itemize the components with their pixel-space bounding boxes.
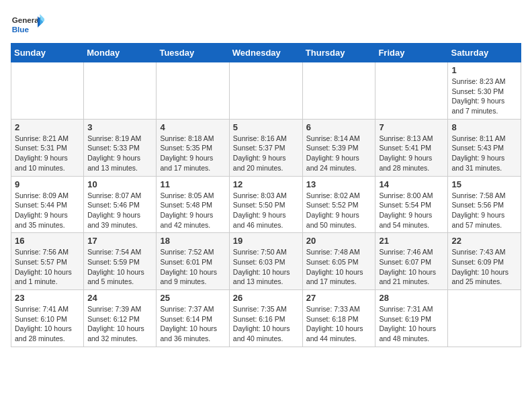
- day-number: 11: [160, 179, 225, 189]
- day-number: 10: [87, 179, 152, 189]
- day-number: 9: [15, 179, 80, 189]
- day-info: Sunrise: 8:21 AM Sunset: 5:31 PM Dayligh…: [15, 134, 80, 173]
- day-info: Sunrise: 8:02 AM Sunset: 5:52 PM Dayligh…: [306, 191, 372, 230]
- svg-text:General: General: [12, 15, 41, 24]
- calendar-cell: 4Sunrise: 8:18 AM Sunset: 5:35 PM Daylig…: [157, 119, 229, 176]
- day-info: Sunrise: 7:54 AM Sunset: 5:59 PM Dayligh…: [87, 247, 152, 287]
- day-number: 3: [87, 122, 152, 132]
- calendar-cell: [448, 290, 521, 347]
- calendar-cell: 23Sunrise: 7:41 AM Sunset: 6:10 PM Dayli…: [11, 290, 84, 347]
- day-info: Sunrise: 8:18 AM Sunset: 5:35 PM Dayligh…: [160, 134, 225, 173]
- day-info: Sunrise: 7:41 AM Sunset: 6:10 PM Dayligh…: [15, 304, 80, 344]
- day-info: Sunrise: 7:48 AM Sunset: 6:05 PM Dayligh…: [306, 247, 372, 287]
- calendar-cell: 18Sunrise: 7:52 AM Sunset: 6:01 PM Dayli…: [157, 233, 229, 290]
- calendar-cell: 22Sunrise: 7:43 AM Sunset: 6:09 PM Dayli…: [448, 233, 521, 290]
- calendar-cell: 25Sunrise: 7:37 AM Sunset: 6:14 PM Dayli…: [157, 290, 229, 347]
- day-info: Sunrise: 7:46 AM Sunset: 6:07 PM Dayligh…: [379, 247, 444, 287]
- calendar-cell: 19Sunrise: 7:50 AM Sunset: 6:03 PM Dayli…: [229, 233, 302, 290]
- calendar-cell: 3Sunrise: 8:19 AM Sunset: 5:33 PM Daylig…: [84, 119, 157, 176]
- day-number: 16: [15, 236, 80, 246]
- day-info: Sunrise: 7:52 AM Sunset: 6:01 PM Dayligh…: [160, 247, 225, 287]
- day-number: 22: [451, 236, 517, 246]
- day-number: 8: [451, 122, 517, 132]
- calendar-cell: 17Sunrise: 7:54 AM Sunset: 5:59 PM Dayli…: [84, 233, 157, 290]
- day-number: 5: [233, 122, 299, 132]
- day-info: Sunrise: 7:37 AM Sunset: 6:14 PM Dayligh…: [160, 304, 225, 344]
- weekday-header-sunday: Sunday: [11, 44, 84, 62]
- day-number: 23: [15, 293, 80, 303]
- calendar-cell: 27Sunrise: 7:33 AM Sunset: 6:18 PM Dayli…: [302, 290, 375, 347]
- calendar-cell: 13Sunrise: 8:02 AM Sunset: 5:52 PM Dayli…: [302, 176, 375, 233]
- week-row-4: 16Sunrise: 7:56 AM Sunset: 5:57 PM Dayli…: [11, 233, 521, 290]
- week-row-5: 23Sunrise: 7:41 AM Sunset: 6:10 PM Dayli…: [11, 290, 521, 347]
- calendar-cell: 2Sunrise: 8:21 AM Sunset: 5:31 PM Daylig…: [11, 119, 84, 176]
- calendar-cell: 6Sunrise: 8:14 AM Sunset: 5:39 PM Daylig…: [302, 119, 375, 176]
- day-info: Sunrise: 8:16 AM Sunset: 5:37 PM Dayligh…: [233, 134, 299, 173]
- day-info: Sunrise: 7:58 AM Sunset: 5:56 PM Dayligh…: [451, 191, 517, 230]
- day-number: 19: [233, 236, 299, 246]
- day-number: 21: [379, 236, 444, 246]
- day-info: Sunrise: 8:23 AM Sunset: 5:30 PM Dayligh…: [451, 77, 517, 116]
- day-number: 6: [306, 122, 372, 132]
- week-row-2: 2Sunrise: 8:21 AM Sunset: 5:31 PM Daylig…: [11, 119, 521, 176]
- calendar-cell: 11Sunrise: 8:05 AM Sunset: 5:48 PM Dayli…: [157, 176, 229, 233]
- weekday-header-thursday: Thursday: [302, 44, 375, 62]
- header: General Blue: [11, 11, 521, 38]
- logo-icon: General Blue: [11, 11, 44, 38]
- week-row-1: 1Sunrise: 8:23 AM Sunset: 5:30 PM Daylig…: [11, 62, 521, 120]
- day-info: Sunrise: 7:56 AM Sunset: 5:57 PM Dayligh…: [15, 247, 80, 287]
- day-info: Sunrise: 8:03 AM Sunset: 5:50 PM Dayligh…: [233, 191, 299, 230]
- calendar-cell: 20Sunrise: 7:48 AM Sunset: 6:05 PM Dayli…: [302, 233, 375, 290]
- day-number: 13: [306, 179, 372, 189]
- day-number: 27: [306, 293, 372, 303]
- day-number: 14: [379, 179, 444, 189]
- calendar-cell: [11, 62, 84, 120]
- day-number: 25: [160, 293, 225, 303]
- calendar-cell: 7Sunrise: 8:13 AM Sunset: 5:41 PM Daylig…: [375, 119, 448, 176]
- weekday-header-friday: Friday: [375, 44, 448, 62]
- weekday-header-tuesday: Tuesday: [157, 44, 229, 62]
- day-number: 28: [379, 293, 444, 303]
- logo: General Blue: [11, 11, 44, 38]
- calendar-cell: 9Sunrise: 8:09 AM Sunset: 5:44 PM Daylig…: [11, 176, 84, 233]
- calendar-cell: 28Sunrise: 7:31 AM Sunset: 6:19 PM Dayli…: [375, 290, 448, 347]
- day-info: Sunrise: 8:05 AM Sunset: 5:48 PM Dayligh…: [160, 191, 225, 230]
- calendar-cell: 24Sunrise: 7:39 AM Sunset: 6:12 PM Dayli…: [84, 290, 157, 347]
- week-row-3: 9Sunrise: 8:09 AM Sunset: 5:44 PM Daylig…: [11, 176, 521, 233]
- day-info: Sunrise: 7:31 AM Sunset: 6:19 PM Dayligh…: [379, 304, 444, 344]
- weekday-header-wednesday: Wednesday: [229, 44, 302, 62]
- day-number: 17: [87, 236, 152, 246]
- calendar-cell: 21Sunrise: 7:46 AM Sunset: 6:07 PM Dayli…: [375, 233, 448, 290]
- day-info: Sunrise: 7:33 AM Sunset: 6:18 PM Dayligh…: [306, 304, 372, 344]
- weekday-header-monday: Monday: [84, 44, 157, 62]
- day-number: 4: [160, 122, 225, 132]
- day-number: 7: [379, 122, 444, 132]
- day-info: Sunrise: 7:43 AM Sunset: 6:09 PM Dayligh…: [451, 247, 517, 287]
- day-number: 2: [15, 122, 80, 132]
- calendar-cell: [229, 62, 302, 120]
- day-info: Sunrise: 8:07 AM Sunset: 5:46 PM Dayligh…: [87, 191, 152, 230]
- day-info: Sunrise: 7:35 AM Sunset: 6:16 PM Dayligh…: [233, 304, 299, 344]
- day-info: Sunrise: 8:14 AM Sunset: 5:39 PM Dayligh…: [306, 134, 372, 173]
- day-info: Sunrise: 8:19 AM Sunset: 5:33 PM Dayligh…: [87, 134, 152, 173]
- calendar-cell: [84, 62, 157, 120]
- svg-marker-3: [40, 14, 44, 26]
- calendar-cell: [302, 62, 375, 120]
- day-number: 18: [160, 236, 225, 246]
- calendar-cell: 1Sunrise: 8:23 AM Sunset: 5:30 PM Daylig…: [448, 62, 521, 120]
- calendar-cell: 5Sunrise: 8:16 AM Sunset: 5:37 PM Daylig…: [229, 119, 302, 176]
- day-info: Sunrise: 7:39 AM Sunset: 6:12 PM Dayligh…: [87, 304, 152, 344]
- day-number: 24: [87, 293, 152, 303]
- calendar-table: SundayMondayTuesdayWednesdayThursdayFrid…: [11, 43, 521, 347]
- calendar-cell: [157, 62, 229, 120]
- calendar-cell: 14Sunrise: 8:00 AM Sunset: 5:54 PM Dayli…: [375, 176, 448, 233]
- day-info: Sunrise: 8:11 AM Sunset: 5:43 PM Dayligh…: [451, 134, 517, 173]
- day-number: 20: [306, 236, 372, 246]
- day-info: Sunrise: 8:00 AM Sunset: 5:54 PM Dayligh…: [379, 191, 444, 230]
- day-number: 12: [233, 179, 299, 189]
- svg-text:Blue: Blue: [12, 25, 30, 34]
- day-info: Sunrise: 8:09 AM Sunset: 5:44 PM Dayligh…: [15, 191, 80, 230]
- day-number: 26: [233, 293, 299, 303]
- calendar-cell: 10Sunrise: 8:07 AM Sunset: 5:46 PM Dayli…: [84, 176, 157, 233]
- calendar-cell: 26Sunrise: 7:35 AM Sunset: 6:16 PM Dayli…: [229, 290, 302, 347]
